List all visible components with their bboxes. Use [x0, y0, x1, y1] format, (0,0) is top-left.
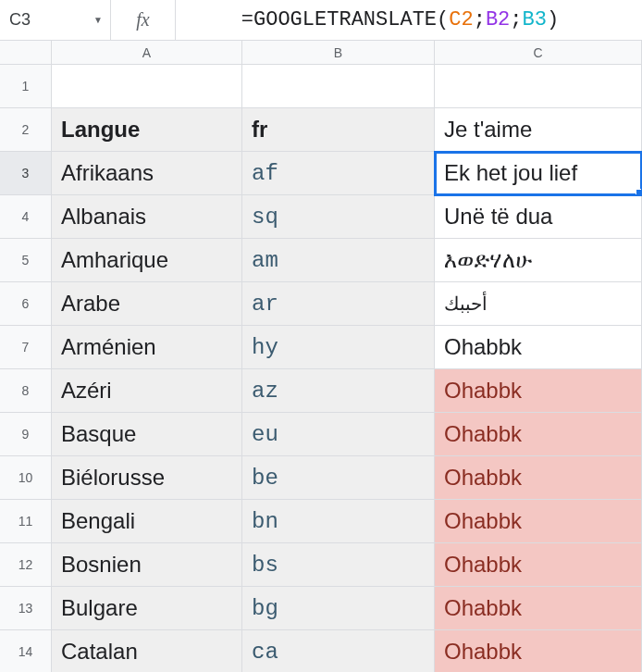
formula-sep2: ;: [510, 8, 522, 31]
row-header[interactable]: 2: [0, 108, 52, 152]
cell[interactable]: Je t'aime: [435, 108, 642, 152]
cell[interactable]: bs: [242, 543, 435, 587]
fx-icon: fx: [111, 0, 176, 40]
cell[interactable]: Biélorusse: [52, 456, 242, 500]
cell[interactable]: fr: [242, 108, 435, 152]
spreadsheet-grid: A B C 12LanguefrJe t'aime3AfrikaansafEk …: [0, 41, 642, 672]
cell[interactable]: az: [242, 369, 435, 413]
row-header[interactable]: 6: [0, 282, 52, 326]
table-row: 11BengalibnOhabbk: [0, 500, 642, 543]
cell[interactable]: Bulgare: [52, 587, 242, 630]
chevron-down-icon[interactable]: ▼: [93, 15, 103, 25]
row-header[interactable]: 9: [0, 413, 52, 456]
cell[interactable]: Arabe: [52, 282, 242, 326]
formula-fn: GOOGLETRANSLATE: [253, 8, 437, 31]
table-row: 5Amhariqueamእወድሃለሁ: [0, 239, 642, 282]
table-row: 8AzériazOhabbk: [0, 369, 642, 413]
cell[interactable]: Ohabbk: [435, 587, 642, 630]
cell[interactable]: Ohabbk: [435, 456, 642, 500]
cell[interactable]: Azéri: [52, 369, 242, 413]
table-row: 1: [0, 65, 642, 108]
formula-eq: =: [241, 8, 253, 31]
cell[interactable]: bn: [242, 500, 435, 543]
cell[interactable]: Arménien: [52, 326, 242, 369]
cell[interactable]: sq: [242, 195, 435, 239]
cell[interactable]: Ohabbk: [435, 500, 642, 543]
cell[interactable]: أحببك: [435, 282, 642, 326]
cell[interactable]: hy: [242, 326, 435, 369]
row-header[interactable]: 7: [0, 326, 52, 369]
cell[interactable]: Ohabbk: [435, 630, 642, 672]
table-row: 6Arabearأحببك: [0, 282, 642, 326]
cell[interactable]: Afrikaans: [52, 152, 242, 195]
cell[interactable]: [242, 65, 435, 108]
name-box[interactable]: C3 ▼: [0, 0, 111, 40]
cell[interactable]: Ohabbk: [435, 369, 642, 413]
cell[interactable]: be: [242, 456, 435, 500]
table-row: 12BosnienbsOhabbk: [0, 543, 642, 587]
formula-open: (: [437, 8, 449, 31]
cell[interactable]: af: [242, 152, 435, 195]
formula-ref-b3: B3: [522, 8, 546, 31]
row-header[interactable]: 3: [0, 152, 52, 195]
row-header[interactable]: 5: [0, 239, 52, 282]
row-header[interactable]: 13: [0, 587, 52, 630]
col-header-c[interactable]: C: [435, 41, 642, 65]
cell[interactable]: Catalan: [52, 630, 242, 672]
cell[interactable]: Ohabbk: [435, 543, 642, 587]
formula-sep1: ;: [474, 8, 486, 31]
cell[interactable]: [435, 65, 642, 108]
name-box-value: C3: [9, 10, 31, 30]
formula-bar: C3 ▼ fx =GOOGLETRANSLATE(C2;B2;B3): [0, 0, 642, 41]
formula-ref-c2: C2: [449, 8, 473, 31]
cell[interactable]: Amharique: [52, 239, 242, 282]
cell[interactable]: Ohabbk: [435, 413, 642, 456]
table-row: 7ArménienhyOhabbk: [0, 326, 642, 369]
cell[interactable]: Basque: [52, 413, 242, 456]
row-header[interactable]: 10: [0, 456, 52, 500]
table-row: 13BulgarebgOhabbk: [0, 587, 642, 630]
row-header[interactable]: 4: [0, 195, 52, 239]
table-row: 10BiélorussebeOhabbk: [0, 456, 642, 500]
formula-close: ): [547, 8, 559, 31]
table-row: 2LanguefrJe t'aime: [0, 108, 642, 152]
table-row: 3AfrikaansafEk het jou lief: [0, 152, 642, 195]
cell[interactable]: Unë të dua: [435, 195, 642, 239]
cell[interactable]: Albanais: [52, 195, 242, 239]
cell[interactable]: [52, 65, 242, 108]
col-header-a[interactable]: A: [52, 41, 242, 65]
select-all-corner[interactable]: [0, 41, 52, 65]
cell[interactable]: am: [242, 239, 435, 282]
row-header[interactable]: 8: [0, 369, 52, 413]
row-header[interactable]: 1: [0, 65, 52, 108]
column-headers: A B C: [0, 41, 642, 65]
formula-ref-b2: B2: [486, 8, 510, 31]
col-header-b[interactable]: B: [242, 41, 435, 65]
row-header[interactable]: 11: [0, 500, 52, 543]
row-header[interactable]: 14: [0, 630, 52, 672]
cell[interactable]: bg: [242, 587, 435, 630]
cell[interactable]: Ek het jou lief: [435, 152, 642, 195]
table-row: 9BasqueeuOhabbk: [0, 413, 642, 456]
cell[interactable]: ar: [242, 282, 435, 326]
table-row: 14CatalancaOhabbk: [0, 630, 642, 672]
cell[interactable]: Bengali: [52, 500, 242, 543]
row-header[interactable]: 12: [0, 543, 52, 587]
cell[interactable]: ca: [242, 630, 435, 672]
cell[interactable]: eu: [242, 413, 435, 456]
fx-label: fx: [136, 9, 149, 31]
cell[interactable]: Bosnien: [52, 543, 242, 587]
cell[interactable]: Langue: [52, 108, 242, 152]
cell[interactable]: Ohabbk: [435, 326, 642, 369]
cell[interactable]: እወድሃለሁ: [435, 239, 642, 282]
table-row: 4AlbanaissqUnë të dua: [0, 195, 642, 239]
